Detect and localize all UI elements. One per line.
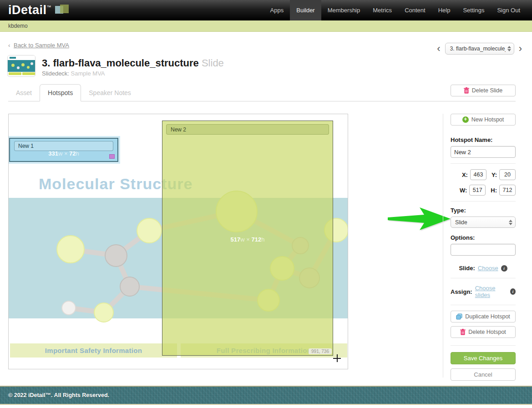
divider	[451, 163, 516, 164]
divider	[451, 278, 516, 278]
new-hotspot-button[interactable]: + New Hotspot	[451, 114, 516, 126]
tab-bar: Asset Hotspots Speaker Notes	[8, 85, 516, 101]
tab-asset[interactable]: Asset	[8, 85, 40, 101]
plus-circle-icon: +	[462, 116, 469, 123]
hotspot-new-2-dimensions: 517w × 712h	[162, 236, 333, 243]
crosshair-cursor	[333, 354, 341, 362]
h-label: H:	[491, 187, 497, 194]
trash-icon	[464, 87, 469, 94]
nav-item-membership[interactable]: Membership	[321, 0, 367, 20]
duplicate-icon	[456, 313, 462, 320]
copyright-text: © 2022 iDetail™. All Rights Reserved.	[8, 392, 109, 398]
xy-row: X: Y:	[451, 169, 516, 180]
hotspot-name-label: Hotspot Name:	[451, 136, 516, 143]
slide-label: Slide:	[459, 265, 475, 272]
back-chevron-icon: ‹	[8, 42, 10, 49]
nav-item-content[interactable]: Content	[398, 0, 432, 20]
y-input[interactable]	[499, 169, 516, 180]
app-root: iDetail ™ Apps Builder Membership Metric…	[0, 0, 532, 408]
trash-icon	[460, 329, 466, 335]
nav-item-metrics[interactable]: Metrics	[366, 0, 398, 20]
hotspot-editor-panel: + New Hotspot Hotspot Name: X: Y: W: H: …	[451, 114, 516, 381]
resize-handle[interactable]	[109, 154, 115, 159]
type-label: Type:	[451, 207, 516, 214]
slide-canvas[interactable]: Molecular Structure	[8, 114, 348, 369]
save-changes-button[interactable]: Save Changes	[451, 352, 516, 364]
page-footer: © 2022 iDetail™. All Rights Reserved.	[0, 386, 532, 405]
next-slide-button[interactable]: ›	[519, 43, 522, 55]
breadcrumb: ‹ Back to Sample MVA	[8, 42, 69, 49]
page-title: 3. flarb-flava_molecule_structure Slide	[42, 57, 224, 69]
duplicate-hotspot-button[interactable]: Duplicate Hotspot	[451, 311, 516, 322]
slide-title-text: 3. flarb-flava_molecule_structure	[42, 57, 199, 69]
w-label: W:	[460, 187, 467, 194]
x-label: X:	[462, 171, 468, 178]
sidebar-divider	[443, 114, 443, 378]
nav-item-signout[interactable]: Sign Out	[491, 0, 527, 20]
wh-row: W: H:	[451, 185, 516, 196]
thumbnail-logo	[10, 57, 16, 59]
delete-hotspot-button[interactable]: Delete Hotspot	[451, 326, 516, 338]
x-input[interactable]	[470, 169, 486, 180]
top-nav: iDetail ™ Apps Builder Membership Metric…	[0, 0, 532, 20]
prev-slide-button[interactable]: ‹	[437, 43, 440, 55]
slide-select-dropdown[interactable]: 3. flarb-flava_molecule_s	[445, 43, 514, 55]
info-icon[interactable]: i	[501, 265, 507, 272]
nav-item-apps[interactable]: Apps	[264, 0, 290, 20]
account-name: kbdemo	[8, 23, 28, 29]
isi-button[interactable]: Important Safety Information	[10, 343, 177, 358]
nav-menu: Apps Builder Membership Metrics Content …	[264, 0, 527, 20]
hotspot-new-1-dimensions: 331w × 72h	[10, 150, 117, 157]
account-bar: kbdemo	[0, 20, 532, 32]
divider	[451, 345, 516, 346]
cancel-button[interactable]: Cancel	[451, 368, 516, 381]
y-label: Y:	[491, 171, 497, 178]
w-input[interactable]	[469, 185, 486, 196]
assign-link-row: Assign: Choose slides i	[451, 285, 516, 298]
nav-item-help[interactable]: Help	[432, 0, 457, 20]
hotspot-new-1-label: New 1	[14, 141, 113, 151]
cursor-position-readout: 991, 736	[309, 348, 332, 354]
options-input[interactable]	[451, 244, 516, 256]
logo-image-icon	[55, 4, 71, 16]
select-stepper-icon	[509, 220, 512, 225]
slide-link-row: Slide: Choose i	[451, 265, 516, 272]
tab-speaker-notes[interactable]: Speaker Notes	[81, 85, 139, 101]
h-input[interactable]	[499, 185, 516, 196]
nav-item-settings[interactable]: Settings	[456, 0, 491, 20]
slide-thumbnail	[7, 55, 35, 77]
nav-item-builder[interactable]: Builder	[290, 0, 321, 20]
hotspot-name-input[interactable]	[451, 146, 516, 158]
info-icon[interactable]: i	[510, 288, 516, 295]
divider	[451, 201, 516, 201]
logo-text: iDetail	[8, 3, 47, 17]
back-link[interactable]: Back to Sample MVA	[14, 42, 69, 49]
hotspot-new-2[interactable]: New 2 517w × 712h 991, 736	[162, 121, 333, 356]
logo-trademark: ™	[47, 5, 51, 10]
options-label: Options:	[451, 234, 516, 241]
delete-slide-button[interactable]: Delete Slide	[451, 85, 516, 96]
slide-title-suffix: Slide	[202, 57, 224, 69]
app-logo[interactable]: iDetail ™	[8, 3, 71, 17]
choose-slide-link[interactable]: Choose	[478, 265, 498, 272]
hotspot-new-2-label: New 2	[166, 124, 329, 135]
annotation-arrow-icon	[383, 203, 451, 232]
divider	[451, 305, 516, 305]
hotspot-new-1[interactable]: New 1 331w × 72h	[9, 138, 118, 162]
choose-slides-link[interactable]: Choose slides	[475, 285, 507, 298]
thumbnail-footer-bars	[9, 72, 35, 75]
slidedeck-subtitle: Slidedeck: Sample MVA	[42, 70, 105, 77]
tab-hotspots[interactable]: Hotspots	[40, 84, 81, 101]
type-select[interactable]: Slide	[451, 217, 516, 228]
select-stepper-icon	[507, 46, 511, 51]
assign-label: Assign:	[451, 288, 472, 295]
slide-navigator: ‹ 3. flarb-flava_molecule_s ›	[437, 43, 522, 55]
